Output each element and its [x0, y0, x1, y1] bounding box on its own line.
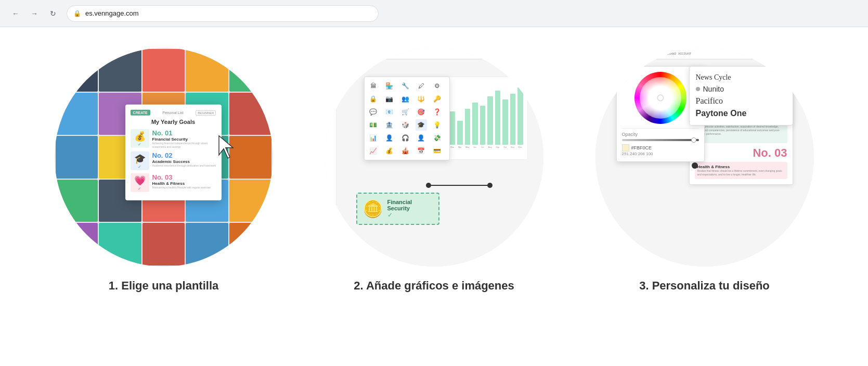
- icon-cell-camera[interactable]: 📷: [383, 93, 395, 105]
- font-panel: News Cycle Nunito Pacifico Paytone One: [689, 66, 793, 125]
- bar-Mar: [450, 111, 456, 145]
- fin-label-container: Financial Security ✓: [387, 199, 433, 219]
- card-header: CREATE Personal List BEGINNER: [131, 110, 216, 116]
- icon-cell-lock[interactable]: 🔒: [368, 93, 379, 105]
- step3-nav: VEN TEMPLATES INFOGRAPHIC COMMUNITY MY B…: [595, 48, 814, 59]
- sidebar-dot: [328, 61, 332, 66]
- goal-item-1: 💰 ✓ No. 01 Financial Security Achieving …: [131, 129, 216, 148]
- goal-icon-academic: 🎓 ✓: [131, 152, 149, 170]
- bar-May: [465, 109, 471, 145]
- goal-number-2: No. 02: [152, 152, 216, 159]
- color-wheel: [634, 72, 686, 124]
- icon-cell-grad[interactable]: 🎓: [416, 119, 427, 131]
- cursor-arrow: [216, 133, 237, 159]
- icon-cell-card[interactable]: 💳: [432, 145, 443, 157]
- icon-cell-bank2[interactable]: 🏦: [383, 119, 395, 131]
- icon-cell-person2[interactable]: 👤: [416, 132, 427, 144]
- icon-cell-bank[interactable]: 🏛: [368, 80, 379, 92]
- back-button[interactable]: ←: [8, 6, 23, 21]
- address-bar[interactable]: 🔒 es.venngage.com: [67, 5, 379, 22]
- conn-dot-left: [426, 183, 431, 188]
- url-text: es.venngage.com: [85, 9, 139, 17]
- opacity-slider[interactable]: [622, 139, 699, 141]
- icon-cell-gear[interactable]: ⚙: [432, 80, 443, 92]
- chart-label-Nov: Nov: [510, 146, 516, 148]
- chart-label-Apr: Apr: [457, 146, 463, 148]
- color-hex-row: #FBF0CE: [622, 144, 699, 152]
- steps-container: CREATE Personal List BEGINNER My Yearly …: [31, 48, 837, 293]
- main-content: CREATE Personal List BEGINNER My Yearly …: [0, 27, 868, 313]
- font-item-paytone[interactable]: Paytone One: [696, 107, 786, 120]
- goal-item-2: 🎓 ✓ No. 02 Academic Success Academic exc…: [131, 152, 216, 170]
- goal-check-3: ✓: [138, 186, 141, 191]
- goal-item-03: No. 03 Health & Fitness Realize that fit…: [695, 146, 787, 179]
- goal-check-1: ✓: [138, 142, 141, 146]
- icon-cell-money[interactable]: 💵: [368, 119, 379, 131]
- hex-swatch: [622, 144, 629, 152]
- icon-cell-chat[interactable]: 💬: [368, 106, 379, 118]
- sidebar-dot: [328, 79, 332, 83]
- personal-list-label: Personal List: [162, 111, 183, 115]
- icon-cell-tool[interactable]: 🔧: [399, 80, 411, 92]
- step1-circle: CREATE Personal List BEGINNER My Yearly …: [55, 48, 273, 267]
- forward-button[interactable]: →: [27, 6, 42, 21]
- icon-cell-store[interactable]: 🏪: [383, 80, 395, 92]
- create-badge: CREATE: [131, 110, 150, 116]
- rgb-values: 251 240 206 100: [622, 152, 699, 156]
- goal-icon-financial: 💰 ✓: [131, 129, 149, 148]
- goal-title-2: Academic Success: [152, 159, 216, 164]
- icon-cell-cart[interactable]: 🛒: [399, 106, 411, 118]
- bar-Jul: [480, 106, 486, 145]
- goal-text-2: No. 02 Academic Success Academic excelle…: [152, 152, 216, 168]
- icon-cell-email[interactable]: 📧: [383, 106, 395, 118]
- step2-nav-infographics: INFOGRAPHICS: [354, 52, 373, 55]
- goal-title-1: Financial Security: [152, 137, 216, 142]
- icon-cell-headphone[interactable]: 🎧: [399, 132, 411, 144]
- font-item-pacifico[interactable]: Pacifico: [696, 95, 786, 107]
- color-wheel-dot: [658, 95, 663, 100]
- chart-label-Dec: Dec: [517, 146, 523, 148]
- icon-cell-people[interactable]: 👥: [399, 93, 411, 105]
- bar-Oct: [502, 99, 508, 145]
- sidebar-dot: [328, 73, 332, 77]
- step3-nav-mybrand: MY BRAND: [663, 52, 676, 55]
- icon-cell-trident[interactable]: 🔱: [416, 93, 427, 105]
- goal-icon-health: 💗 ✓: [131, 173, 149, 192]
- fin-label: Financial Security: [387, 199, 433, 211]
- step2-label: 2. Añade gráficos e imágenes: [354, 279, 514, 293]
- bar-Sep: [495, 91, 501, 145]
- icon-cell-question[interactable]: ❓: [432, 106, 443, 118]
- icon-cell-person[interactable]: 👤: [383, 132, 395, 144]
- icon-cell-key[interactable]: 🔑: [432, 93, 443, 105]
- icon-cell-calendar[interactable]: 📅: [416, 145, 427, 157]
- sidebar-dot: [328, 67, 332, 71]
- step3-circle: VEN TEMPLATES INFOGRAPHIC COMMUNITY MY B…: [595, 48, 814, 267]
- font-item-nunito[interactable]: Nunito: [696, 83, 786, 95]
- opacity-label: Opacity: [622, 132, 699, 137]
- icon-cell-money2[interactable]: 💸: [432, 132, 443, 144]
- bar-Apr: [457, 121, 463, 145]
- step3-nav-templates: TEMPLATES: [607, 52, 622, 55]
- hex-value: #FBF0CE: [631, 145, 652, 150]
- icon-cell-bulb[interactable]: 💡: [432, 119, 443, 131]
- icon-cell-chart[interactable]: 📊: [368, 132, 379, 144]
- academic-check: ✓: [697, 136, 785, 141]
- opacity-row: Opacity: [622, 128, 699, 141]
- icon-cell-circus[interactable]: 🎪: [399, 145, 411, 157]
- icon-cell-trend[interactable]: 📈: [368, 145, 379, 157]
- font-item-newscycle[interactable]: News Cycle: [696, 72, 786, 83]
- refresh-button[interactable]: ↻: [46, 6, 60, 21]
- chart-label-Oct: Oct: [502, 146, 508, 148]
- no03-label: No. 03: [695, 146, 787, 160]
- connection-line: [428, 185, 490, 186]
- icon-cell-coins[interactable]: 💰: [383, 145, 395, 157]
- step1-label: 1. Elige una plantilla: [109, 279, 219, 293]
- goal-desc-2: Academic excellence through dedication a…: [152, 164, 216, 168]
- step2-nav-community: COMMUNITY: [375, 52, 392, 55]
- step3-nav-account: ACCOUNT: [678, 52, 691, 55]
- goal-text-1: No. 01 Financial Security Achieving fina…: [152, 129, 216, 148]
- icon-cell-target[interactable]: 🎯: [416, 106, 427, 118]
- icon-cell-dice[interactable]: 🎲: [399, 119, 411, 131]
- goal-number-1: No. 01: [152, 129, 216, 137]
- icon-cell-pen[interactable]: 🖊: [416, 80, 427, 92]
